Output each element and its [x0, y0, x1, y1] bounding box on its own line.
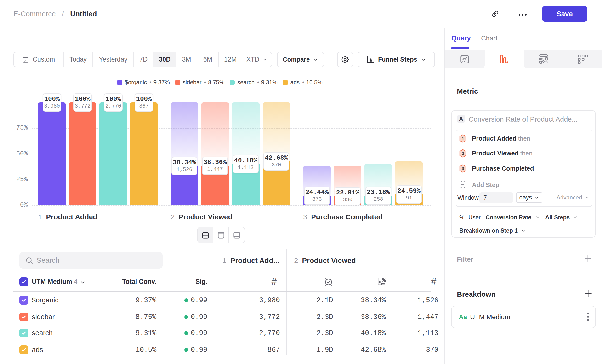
svg-text:1: 1 — [462, 136, 464, 141]
svg-text:3: 3 — [462, 166, 464, 171]
svg-text:2: 2 — [462, 151, 464, 156]
